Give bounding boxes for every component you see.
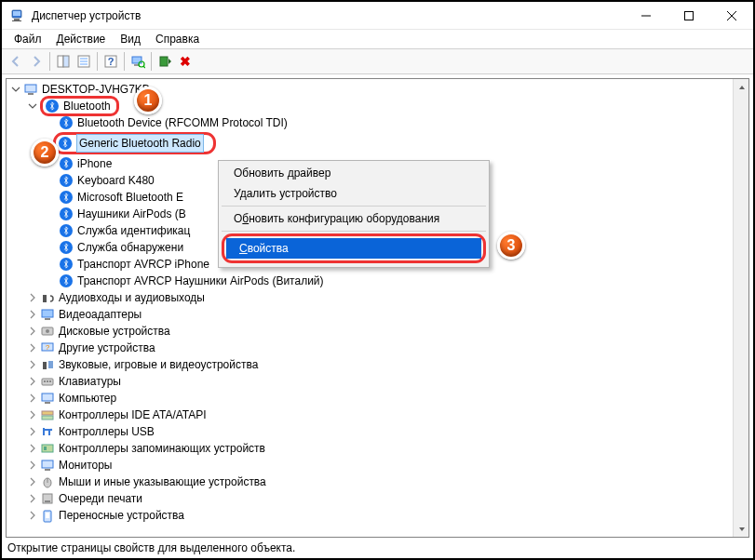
bluetooth-icon: [45, 99, 60, 113]
tree-category[interactable]: Видеоадаптеры: [7, 306, 748, 323]
expand-icon[interactable]: [27, 460, 38, 471]
tree-category[interactable]: Контроллеры запоминающих устройств: [7, 440, 748, 457]
expand-icon[interactable]: [27, 342, 38, 353]
tree-category[interactable]: Контроллеры USB: [7, 423, 748, 440]
separator: [222, 206, 486, 207]
tree-category[interactable]: Очереди печати: [7, 490, 748, 507]
svg-text:?: ?: [46, 343, 50, 352]
tree-category[interactable]: ?Другие устройства: [7, 340, 748, 356]
tree-item[interactable]: Bluetooth Device (RFCOMM Protocol TDI): [7, 114, 748, 131]
device-category-icon: [40, 324, 55, 339]
minimize-button[interactable]: [625, 2, 667, 30]
annotation-badge-2: 2: [31, 139, 59, 167]
expand-icon[interactable]: [27, 409, 38, 420]
svg-rect-49: [45, 500, 50, 502]
svg-marker-21: [169, 59, 171, 64]
tree-category[interactable]: Звуковые, игровые и видеоустройства: [7, 356, 748, 373]
expand-icon[interactable]: [27, 476, 38, 487]
annotation-badge-1: 1: [134, 87, 162, 114]
toolbar-update-driver-button[interactable]: [155, 51, 175, 72]
category-label: Мониторы: [59, 457, 112, 473]
app-icon: [9, 8, 24, 23]
svg-point-28: [46, 329, 49, 333]
tree-item[interactable]: Транспорт AVRCP Наушники AirPods (Витали…: [7, 273, 748, 289]
device-category-icon: [40, 441, 55, 456]
category-label: Другие устройства: [59, 340, 155, 356]
category-label: Переносные устройства: [59, 507, 184, 524]
title-bar: Диспетчер устройств: [2, 2, 753, 30]
menu-file[interactable]: Файл: [7, 32, 48, 48]
category-label: Контроллеры USB: [59, 423, 155, 440]
expand-icon[interactable]: [27, 493, 38, 504]
svg-rect-45: [45, 469, 50, 471]
svg-rect-31: [43, 362, 47, 369]
window-title: Диспетчер устройств: [32, 9, 625, 22]
toolbar-help-button[interactable]: ?: [101, 51, 121, 72]
svg-rect-40: [42, 416, 53, 420]
toolbar-uninstall-button[interactable]: ✖: [175, 51, 195, 72]
bluetooth-icon: [59, 223, 74, 238]
context-menu: Обновить драйвер Удалить устройство Обно…: [218, 160, 490, 268]
svg-rect-25: [42, 310, 53, 317]
tree-category[interactable]: Мыши и иные указывающие устройства: [7, 473, 748, 490]
menu-help[interactable]: Справка: [149, 32, 206, 48]
ctx-remove-device[interactable]: Удалить устройство: [221, 183, 487, 204]
device-category-icon: [40, 458, 55, 473]
vertical-scrollbar[interactable]: [733, 79, 748, 537]
tree-root[interactable]: DESKTOP-JVHG7KB: [7, 81, 748, 98]
ctx-rescan-hardware[interactable]: Обновить конфигурацию оборудования: [221, 208, 487, 229]
expand-icon[interactable]: [27, 100, 38, 112]
category-label: Видеоадаптеры: [59, 306, 142, 323]
toolbar-scan-button[interactable]: [128, 51, 148, 72]
ctx-properties[interactable]: Свойства: [226, 238, 481, 259]
device-category-icon: [40, 474, 55, 489]
category-label: Мыши и иные указывающие устройства: [59, 473, 266, 490]
tree-category[interactable]: Аудиовходы и аудиовыходы: [7, 289, 748, 306]
menu-action[interactable]: Действие: [50, 32, 113, 48]
close-button[interactable]: [710, 2, 753, 30]
tree-category[interactable]: Дисковые устройства: [7, 323, 748, 340]
svg-rect-1: [13, 11, 20, 16]
bluetooth-icon: [59, 115, 74, 130]
expand-icon[interactable]: [27, 309, 38, 320]
scroll-up-button[interactable]: [734, 79, 749, 95]
toolbar-forward-button[interactable]: [26, 51, 47, 72]
expand-icon[interactable]: [27, 443, 38, 454]
computer-icon: [23, 82, 38, 97]
tree-category[interactable]: Клавиатуры: [7, 373, 748, 390]
device-category-icon: [40, 491, 55, 506]
toolbar-properties-button[interactable]: [74, 51, 94, 72]
tree-item-selected[interactable]: Generic Bluetooth Radio: [7, 131, 748, 155]
expand-icon[interactable]: [27, 326, 38, 337]
category-label: Аудиовходы и аудиовыходы: [59, 289, 205, 306]
tree-category[interactable]: Контроллеры IDE ATA/ATAPI: [7, 407, 748, 423]
scroll-down-button[interactable]: [734, 521, 749, 537]
svg-point-41: [50, 429, 52, 431]
svg-rect-35: [47, 380, 48, 382]
expand-icon[interactable]: [27, 376, 38, 387]
toolbar-show-hide-button[interactable]: [53, 51, 74, 72]
svg-rect-23: [28, 93, 34, 95]
expand-icon[interactable]: [27, 510, 38, 521]
device-category-icon: ?: [40, 340, 55, 355]
device-category-icon: [40, 508, 55, 523]
expand-icon[interactable]: [27, 393, 38, 404]
device-tree[interactable]: DESKTOP-JVHG7KB Bluetooth Bluetooth Devi…: [6, 78, 749, 538]
toolbar-back-button[interactable]: [6, 51, 26, 72]
svg-rect-34: [44, 380, 46, 382]
tree-category[interactable]: Мониторы: [7, 457, 748, 473]
maximize-button[interactable]: [667, 2, 710, 30]
menu-view[interactable]: Вид: [114, 32, 147, 48]
expand-icon[interactable]: [10, 84, 21, 95]
expand-icon[interactable]: [27, 292, 38, 303]
svg-rect-43: [44, 447, 47, 450]
tree-category[interactable]: Переносные устройства: [7, 507, 748, 524]
tree-category[interactable]: Компьютер: [7, 390, 748, 407]
category-label: Звуковые, игровые и видеоустройства: [59, 356, 258, 373]
tree-category-bluetooth[interactable]: Bluetooth: [7, 98, 748, 114]
ctx-update-driver[interactable]: Обновить драйвер: [221, 163, 487, 183]
expand-icon[interactable]: [27, 426, 38, 437]
expand-icon[interactable]: [27, 359, 38, 370]
bluetooth-icon: [59, 207, 74, 221]
status-bar: Открытие страницы свойств для выделенног…: [6, 540, 749, 556]
